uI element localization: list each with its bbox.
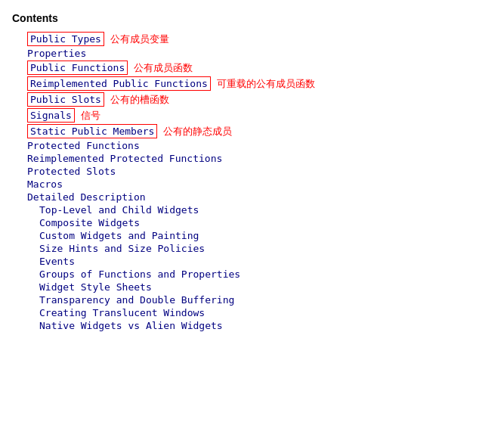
toc-item-events: Events xyxy=(12,256,492,267)
toc-link-creating-translucent-windows[interactable]: Creating Translucent Windows xyxy=(39,307,205,318)
toc-list: Public Types公有成员变量PropertiesPublic Funct… xyxy=(12,32,492,331)
toc-item-reimplemented-protected-functions: Reimplemented Protected Functions xyxy=(12,153,492,164)
toc-item-signals: Signals信号 xyxy=(12,108,492,123)
toc-link-public-slots[interactable]: Public Slots xyxy=(27,92,104,107)
toc-item-groups-of-functions: Groups of Functions and Properties xyxy=(12,269,492,280)
toc-link-events[interactable]: Events xyxy=(39,256,75,267)
toc-link-reimplemented-public-functions[interactable]: Reimplemented Public Functions xyxy=(27,76,211,91)
annotation-public-types: 公有成员变量 xyxy=(110,33,169,46)
toc-item-composite-widgets: Composite Widgets xyxy=(12,217,492,228)
toc-link-widget-style-sheets[interactable]: Widget Style Sheets xyxy=(39,281,152,293)
annotation-signals: 信号 xyxy=(81,109,100,123)
toc-link-transparency-double-buffering[interactable]: Transparency and Double Buffering xyxy=(39,294,234,306)
toc-link-protected-functions[interactable]: Protected Functions xyxy=(27,140,140,151)
toc-link-size-hints-policies[interactable]: Size Hints and Size Policies xyxy=(39,243,205,254)
toc-item-static-public-members: Static Public Members公有的静态成员 xyxy=(12,124,492,138)
contents-title: Contents xyxy=(12,12,492,24)
annotation-public-functions: 公有成员函数 xyxy=(134,61,193,75)
toc-link-reimplemented-protected-functions[interactable]: Reimplemented Protected Functions xyxy=(27,153,222,164)
toc-item-size-hints-policies: Size Hints and Size Policies xyxy=(12,243,492,254)
toc-link-composite-widgets[interactable]: Composite Widgets xyxy=(39,217,140,228)
toc-link-public-functions[interactable]: Public Functions xyxy=(27,61,128,75)
toc-item-protected-slots: Protected Slots xyxy=(12,166,492,177)
toc-link-public-types[interactable]: Public Types xyxy=(27,32,104,46)
toc-item-reimplemented-public-functions: Reimplemented Public Functions可重载的公有成员函数 xyxy=(12,76,492,91)
toc-item-protected-functions: Protected Functions xyxy=(12,140,492,151)
toc-item-public-functions: Public Functions公有成员函数 xyxy=(12,61,492,75)
toc-item-top-level-child-widgets: Top-Level and Child Widgets xyxy=(12,204,492,216)
toc-link-protected-slots[interactable]: Protected Slots xyxy=(27,166,116,177)
toc-link-native-vs-alien-widgets[interactable]: Native Widgets vs Alien Widgets xyxy=(39,320,223,331)
toc-link-groups-of-functions[interactable]: Groups of Functions and Properties xyxy=(39,269,240,280)
toc-link-signals[interactable]: Signals xyxy=(27,108,75,123)
toc-link-top-level-child-widgets[interactable]: Top-Level and Child Widgets xyxy=(39,204,199,216)
toc-item-properties: Properties xyxy=(12,48,492,59)
toc-item-detailed-description: Detailed Description xyxy=(12,191,492,203)
toc-item-public-types: Public Types公有成员变量 xyxy=(12,32,492,46)
toc-link-custom-widgets-painting[interactable]: Custom Widgets and Painting xyxy=(39,230,199,241)
toc-item-macros: Macros xyxy=(12,178,492,190)
toc-link-detailed-description[interactable]: Detailed Description xyxy=(27,191,146,203)
toc-item-creating-translucent-windows: Creating Translucent Windows xyxy=(12,307,492,318)
toc-item-native-vs-alien-widgets: Native Widgets vs Alien Widgets xyxy=(12,320,492,331)
toc-item-custom-widgets-painting: Custom Widgets and Painting xyxy=(12,230,492,241)
toc-item-public-slots: Public Slots公有的槽函数 xyxy=(12,92,492,107)
toc-item-widget-style-sheets: Widget Style Sheets xyxy=(12,281,492,293)
toc-link-static-public-members[interactable]: Static Public Members xyxy=(27,124,157,138)
annotation-static-public-members: 公有的静态成员 xyxy=(163,125,232,138)
toc-link-properties[interactable]: Properties xyxy=(27,48,86,59)
annotation-public-slots: 公有的槽函数 xyxy=(110,93,169,107)
annotation-reimplemented-public-functions: 可重载的公有成员函数 xyxy=(217,77,315,91)
toc-link-macros[interactable]: Macros xyxy=(27,178,63,190)
toc-item-transparency-double-buffering: Transparency and Double Buffering xyxy=(12,294,492,306)
